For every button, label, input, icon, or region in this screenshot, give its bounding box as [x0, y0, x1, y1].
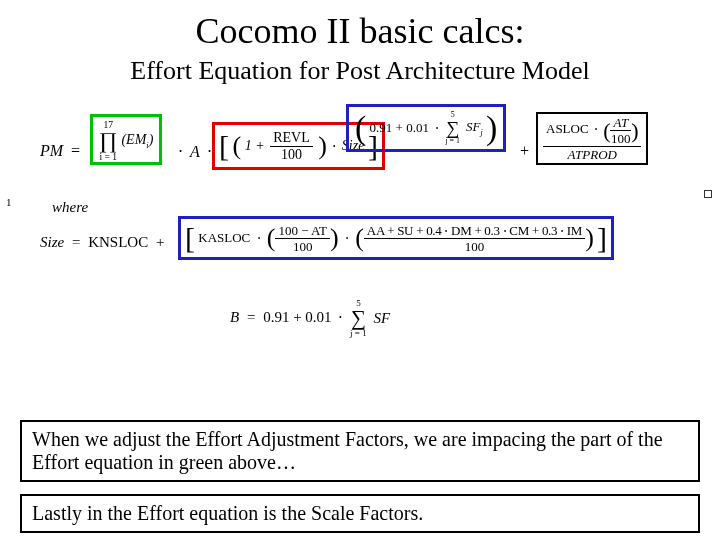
revl-num: REVL — [270, 131, 313, 147]
frac2-num: AA + SU + 0.4 ⋅ DM + 0.3 ⋅ CM + 0.3 ⋅ IM — [364, 224, 585, 239]
kasloc-dot1: ⋅ — [254, 230, 264, 245]
frac1-num: 100 − AT — [275, 224, 330, 239]
at-num: AT — [610, 116, 631, 131]
slide-subtitle: Effort Equation for Post Architecture Mo… — [0, 56, 720, 86]
kasloc-dot2: ⋅ — [342, 230, 352, 245]
b-sf: SF — [370, 310, 390, 326]
blue-exponent-box: ( 0.91 + 0.01 ⋅ 5 ∑ j = 1 SFj ) — [346, 104, 506, 152]
one-plus: 1 + — [245, 138, 265, 153]
exp-sum-op: ∑ — [445, 119, 459, 137]
callout-2: Lastly in the Effort equation is the Sca… — [20, 494, 700, 533]
blue-size-box: [ KASLOC ⋅ ( 100 − AT 100 ) ⋅ ( AA + SU … — [178, 216, 614, 260]
exp-sf: SF — [466, 119, 480, 134]
edge-mark-left: 1 — [6, 196, 12, 208]
b-sum-lower: j = 1 — [350, 329, 367, 338]
exp-const: 0.91 + 0.01 — [370, 120, 429, 135]
b-dot: ⋅ — [335, 309, 346, 325]
frac2-den: 100 — [364, 239, 585, 253]
prod-lower: i = 1 — [99, 152, 117, 162]
b-lhs: B — [230, 309, 239, 325]
dot4: ⋅ — [432, 120, 442, 135]
size-eq: = — [68, 234, 84, 250]
knsloc: KNSLOC — [88, 234, 148, 250]
asloc: ASLOC — [546, 121, 589, 136]
black-asloc-box: ASLOC ⋅ ( AT 100 ) ATPROD — [536, 112, 648, 165]
atprod: ATPROD — [543, 147, 641, 161]
dot1: ⋅ — [178, 143, 183, 160]
em-open: (EM — [121, 132, 146, 147]
formula-area: PM = 17 ∏ i = 1 (EMi) ⋅ A ⋅ [ ( 1 + REVL… — [40, 104, 690, 384]
slide-title: Cocomo II basic calcs: — [0, 10, 720, 52]
kasloc: KASLOC — [198, 230, 250, 245]
equals: = — [67, 142, 84, 159]
b-eq-sign: = — [243, 309, 259, 325]
edge-mark-right — [704, 190, 712, 198]
a-coeff: A — [187, 143, 203, 160]
b-const: 0.91 + 0.01 — [263, 309, 331, 325]
size-plus: + — [152, 234, 168, 250]
frac1-den: 100 — [275, 239, 330, 253]
size-lhs: Size — [40, 234, 64, 250]
pm-symbol: PM — [40, 142, 63, 159]
prod-operator: ∏ — [99, 130, 117, 152]
b-sum-op: ∑ — [350, 308, 367, 329]
em-close: ) — [149, 132, 154, 147]
asloc-dot: ⋅ — [592, 121, 600, 136]
green-product-box: 17 ∏ i = 1 (EMi) — [90, 114, 162, 165]
where-label: where — [52, 199, 88, 216]
exp-sf-sub: j — [481, 128, 483, 137]
revl-den: 100 — [270, 147, 313, 162]
at-den: 100 — [610, 131, 631, 145]
callout-1: When we adjust the Effort Adjustment Fac… — [20, 420, 700, 482]
plus-after-exp: + — [520, 142, 529, 160]
dot3: ⋅ — [330, 139, 338, 154]
exp-sum-lower: j = 1 — [445, 137, 459, 145]
